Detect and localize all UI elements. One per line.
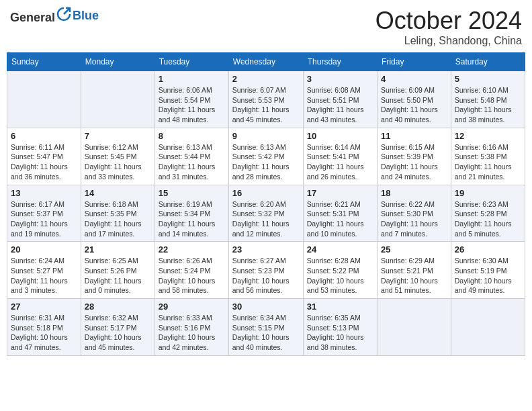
day-number: 3 [307, 74, 373, 84]
calendar-cell: 29Sunrise: 6:33 AMSunset: 5:16 PMDayligh… [154, 299, 228, 356]
weekday-header: Sunday [7, 53, 81, 71]
calendar-cell [81, 71, 154, 128]
calendar-cell: 12Sunrise: 6:16 AMSunset: 5:38 PMDayligh… [451, 128, 525, 185]
calendar-week-row: 27Sunrise: 6:31 AMSunset: 5:18 PMDayligh… [7, 299, 525, 356]
svg-line-0 [64, 8, 70, 14]
logo: General Blue [10, 7, 99, 25]
calendar-cell: 13Sunrise: 6:17 AMSunset: 5:37 PMDayligh… [7, 185, 81, 242]
calendar-week-row: 1Sunrise: 6:06 AMSunset: 5:54 PMDaylight… [7, 71, 525, 128]
day-info: Sunrise: 6:30 AMSunset: 5:19 PMDaylight:… [455, 256, 521, 295]
calendar-week-row: 20Sunrise: 6:24 AMSunset: 5:27 PMDayligh… [7, 242, 525, 299]
page-header: General Blue October 2024 Leling, Shando… [7, 7, 525, 47]
day-number: 2 [232, 74, 300, 84]
calendar-cell: 4Sunrise: 6:09 AMSunset: 5:50 PMDaylight… [378, 71, 451, 128]
calendar-cell: 3Sunrise: 6:08 AMSunset: 5:51 PMDaylight… [303, 71, 377, 128]
weekday-header: Thursday [303, 53, 377, 71]
day-number: 17 [307, 188, 373, 198]
day-info: Sunrise: 6:16 AMSunset: 5:38 PMDaylight:… [455, 142, 521, 182]
day-info: Sunrise: 6:14 AMSunset: 5:41 PMDaylight:… [307, 142, 373, 182]
calendar-cell: 19Sunrise: 6:23 AMSunset: 5:28 PMDayligh… [451, 185, 525, 242]
day-info: Sunrise: 6:15 AMSunset: 5:39 PMDaylight:… [381, 142, 447, 182]
calendar-header-row: SundayMondayTuesdayWednesdayThursdayFrid… [7, 53, 525, 71]
day-info: Sunrise: 6:08 AMSunset: 5:51 PMDaylight:… [307, 85, 373, 125]
day-number: 7 [85, 131, 151, 141]
day-number: 21 [85, 244, 151, 255]
day-number: 10 [307, 131, 373, 141]
day-info: Sunrise: 6:19 AMSunset: 5:34 PMDaylight:… [159, 199, 225, 239]
calendar-cell: 22Sunrise: 6:26 AMSunset: 5:24 PMDayligh… [154, 242, 228, 299]
day-number: 24 [307, 244, 373, 255]
day-number: 18 [381, 188, 447, 198]
day-number: 19 [455, 188, 521, 198]
day-info: Sunrise: 6:26 AMSunset: 5:24 PMDaylight:… [159, 256, 225, 295]
day-info: Sunrise: 6:35 AMSunset: 5:13 PMDaylight:… [307, 313, 373, 353]
day-info: Sunrise: 6:27 AMSunset: 5:23 PMDaylight:… [232, 256, 300, 295]
weekday-header: Tuesday [154, 53, 228, 71]
day-number: 23 [232, 244, 300, 255]
logo-text-blue: Blue [73, 9, 99, 22]
calendar-cell: 28Sunrise: 6:32 AMSunset: 5:17 PMDayligh… [81, 299, 154, 356]
day-info: Sunrise: 6:23 AMSunset: 5:28 PMDaylight:… [455, 199, 521, 239]
calendar-cell: 8Sunrise: 6:13 AMSunset: 5:44 PMDaylight… [154, 128, 228, 185]
day-number: 15 [159, 188, 225, 198]
title-block: October 2024 Leling, Shandong, China [375, 7, 522, 47]
day-info: Sunrise: 6:34 AMSunset: 5:15 PMDaylight:… [232, 313, 300, 353]
location-title: Leling, Shandong, China [375, 35, 522, 47]
day-info: Sunrise: 6:31 AMSunset: 5:18 PMDaylight:… [11, 313, 77, 353]
calendar-cell: 15Sunrise: 6:19 AMSunset: 5:34 PMDayligh… [154, 185, 228, 242]
day-info: Sunrise: 6:21 AMSunset: 5:31 PMDaylight:… [307, 199, 373, 239]
month-title: October 2024 [375, 7, 522, 35]
day-number: 14 [85, 188, 151, 198]
day-info: Sunrise: 6:33 AMSunset: 5:16 PMDaylight:… [159, 313, 225, 353]
day-info: Sunrise: 6:24 AMSunset: 5:27 PMDaylight:… [11, 256, 77, 295]
day-number: 25 [381, 244, 447, 255]
day-info: Sunrise: 6:06 AMSunset: 5:54 PMDaylight:… [159, 85, 225, 125]
day-number: 13 [11, 188, 77, 198]
day-info: Sunrise: 6:18 AMSunset: 5:35 PMDaylight:… [85, 199, 151, 239]
day-number: 28 [85, 302, 151, 312]
day-info: Sunrise: 6:32 AMSunset: 5:17 PMDaylight:… [85, 313, 151, 353]
logo-text-general: General [10, 11, 55, 24]
day-number: 16 [232, 188, 300, 198]
day-number: 27 [11, 302, 77, 312]
day-number: 8 [159, 131, 225, 141]
calendar-cell: 18Sunrise: 6:22 AMSunset: 5:30 PMDayligh… [378, 185, 451, 242]
day-number: 30 [232, 302, 300, 312]
day-number: 20 [11, 244, 77, 255]
day-info: Sunrise: 6:28 AMSunset: 5:22 PMDaylight:… [307, 256, 373, 295]
day-info: Sunrise: 6:13 AMSunset: 5:44 PMDaylight:… [159, 142, 225, 182]
calendar-cell: 20Sunrise: 6:24 AMSunset: 5:27 PMDayligh… [7, 242, 81, 299]
calendar-cell: 30Sunrise: 6:34 AMSunset: 5:15 PMDayligh… [228, 299, 303, 356]
calendar-cell [7, 71, 81, 128]
logo-icon [56, 7, 71, 21]
calendar-cell [378, 299, 451, 356]
day-info: Sunrise: 6:11 AMSunset: 5:47 PMDaylight:… [11, 142, 77, 182]
day-info: Sunrise: 6:13 AMSunset: 5:42 PMDaylight:… [232, 142, 300, 182]
day-number: 29 [159, 302, 225, 312]
calendar-cell: 21Sunrise: 6:25 AMSunset: 5:26 PMDayligh… [81, 242, 154, 299]
day-info: Sunrise: 6:29 AMSunset: 5:21 PMDaylight:… [381, 256, 447, 295]
day-info: Sunrise: 6:09 AMSunset: 5:50 PMDaylight:… [381, 85, 447, 125]
day-number: 12 [455, 131, 521, 141]
calendar-week-row: 13Sunrise: 6:17 AMSunset: 5:37 PMDayligh… [7, 185, 525, 242]
day-info: Sunrise: 6:17 AMSunset: 5:37 PMDaylight:… [11, 199, 77, 239]
calendar-cell: 27Sunrise: 6:31 AMSunset: 5:18 PMDayligh… [7, 299, 81, 356]
day-info: Sunrise: 6:12 AMSunset: 5:45 PMDaylight:… [85, 142, 151, 182]
calendar-cell: 23Sunrise: 6:27 AMSunset: 5:23 PMDayligh… [228, 242, 303, 299]
calendar-cell: 14Sunrise: 6:18 AMSunset: 5:35 PMDayligh… [81, 185, 154, 242]
calendar-cell: 16Sunrise: 6:20 AMSunset: 5:32 PMDayligh… [228, 185, 303, 242]
day-info: Sunrise: 6:20 AMSunset: 5:32 PMDaylight:… [232, 199, 300, 239]
calendar-cell: 31Sunrise: 6:35 AMSunset: 5:13 PMDayligh… [303, 299, 377, 356]
day-info: Sunrise: 6:25 AMSunset: 5:26 PMDaylight:… [85, 256, 151, 295]
weekday-header: Saturday [451, 53, 525, 71]
calendar-cell: 7Sunrise: 6:12 AMSunset: 5:45 PMDaylight… [81, 128, 154, 185]
calendar-cell: 6Sunrise: 6:11 AMSunset: 5:47 PMDaylight… [7, 128, 81, 185]
day-number: 22 [159, 244, 225, 255]
calendar-cell: 25Sunrise: 6:29 AMSunset: 5:21 PMDayligh… [378, 242, 451, 299]
weekday-header: Wednesday [228, 53, 303, 71]
calendar-week-row: 6Sunrise: 6:11 AMSunset: 5:47 PMDaylight… [7, 128, 525, 185]
calendar-cell: 17Sunrise: 6:21 AMSunset: 5:31 PMDayligh… [303, 185, 377, 242]
weekday-header: Monday [81, 53, 154, 71]
calendar-cell: 1Sunrise: 6:06 AMSunset: 5:54 PMDaylight… [154, 71, 228, 128]
day-number: 31 [307, 302, 373, 312]
